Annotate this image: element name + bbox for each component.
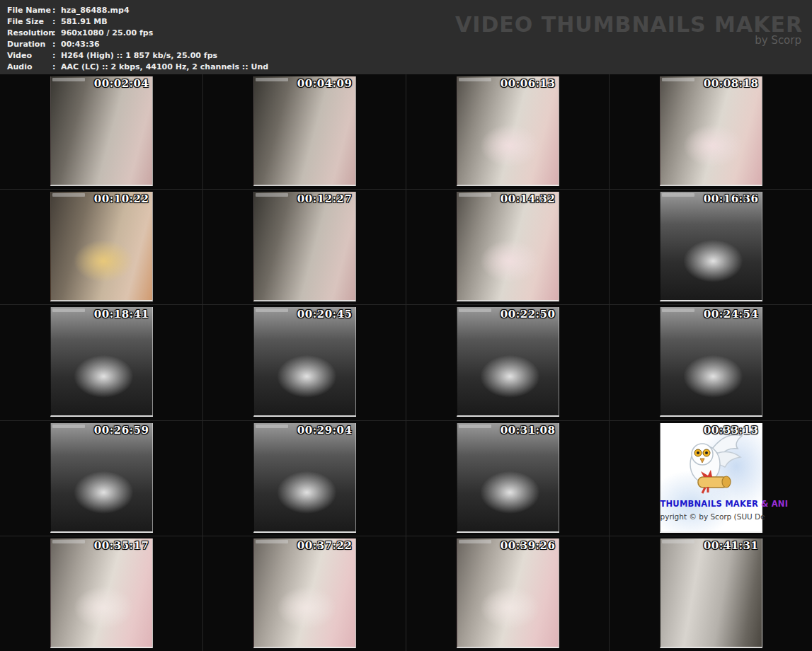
video-frame-thumbnail: 00:41:31 [660,538,762,648]
video-frame-thumbnail: 00:14:32 [457,192,559,301]
timestamp-overlay: 00:33:13 [704,424,759,437]
metadata-separator: : [52,50,61,62]
camera-osd-strip [662,309,694,312]
video-frame-thumbnail: 00:10:22 [50,192,153,301]
file-metadata-row: Resolution:960x1080 / 25.00 fps [7,28,268,39]
app-logo: VIDEO THUMBNAILS MAKER by Scorp [455,12,803,47]
camera-osd-strip [52,78,85,81]
file-metadata-row: Duration:00:43:36 [7,39,268,50]
thumbnail-cell: 00:31:08 [406,421,609,536]
thumbnail-cell: 00:29:04 [203,421,406,536]
video-frame-thumbnail: 00:08:18 [660,76,762,186]
watermark-thumbnail: THUMBNAILS MAKER & ANIpyright © by Scorp… [660,423,762,533]
video-frame-thumbnail: 00:22:50 [457,307,559,417]
metadata-label: File Name [7,5,52,16]
timestamp-overlay: 00:10:22 [94,192,149,205]
camera-osd-strip [256,540,288,543]
camera-osd-strip [459,309,491,312]
thumbnail-cell: 00:06:13 [406,74,609,189]
timestamp-overlay: 00:29:04 [297,424,353,437]
file-info-header: File Name:hza_86488.mp4File Size:581.91 … [0,0,812,74]
metadata-separator: : [52,28,61,39]
file-metadata-row: File Size:581.91 MB [7,16,268,28]
video-frame-thumbnail: 00:31:08 [457,423,559,533]
timestamp-overlay: 00:31:08 [501,424,556,437]
metadata-value: 960x1080 / 25.00 fps [61,28,153,39]
thumbnail-cell: THUMBNAILS MAKER & ANIpyright © by Scorp… [610,421,812,536]
watermark-title: THUMBNAILS MAKER & ANI [661,499,762,509]
watermark-title-suffix: & ANI [761,499,788,509]
metadata-label: File Size [7,16,52,28]
timestamp-overlay: 00:08:18 [704,77,759,90]
video-frame-thumbnail: 00:02:04 [50,76,153,186]
camera-osd-strip [52,540,85,543]
video-frame-thumbnail: 00:35:17 [50,538,153,648]
video-frame-thumbnail: 00:12:27 [253,192,356,301]
camera-osd-strip [52,425,85,428]
thumbnail-cell: 00:37:22 [203,536,406,651]
timestamp-overlay: 00:41:31 [704,539,759,552]
thumbnail-grid: 00:02:0400:04:0900:06:1300:08:1800:10:22… [0,74,812,651]
metadata-value: 00:43:36 [61,39,100,50]
camera-osd-strip [662,193,694,197]
timestamp-overlay: 00:04:09 [297,77,353,90]
timestamp-overlay: 00:35:17 [94,539,149,552]
thumbnail-cell: 00:02:04 [0,74,202,189]
thumbnail-cell: 00:08:18 [610,74,812,189]
metadata-value: AAC (LC) :: 2 kbps, 44100 Hz, 2 channels… [61,62,268,73]
metadata-separator: : [52,5,61,16]
thumbnail-cell: 00:24:54 [610,305,812,420]
camera-osd-strip [459,78,491,81]
thumbnail-cell: 00:39:26 [406,536,609,651]
video-frame-thumbnail: 00:16:36 [660,192,762,301]
metadata-separator: : [52,39,61,50]
video-frame-thumbnail: 00:29:04 [253,423,356,533]
video-frame-thumbnail: 00:04:09 [253,76,356,186]
watermark-copyright: pyright © by Scorp (SUU De [661,512,762,521]
thumbnail-cell: 00:20:45 [203,305,406,420]
timestamp-overlay: 00:02:04 [94,77,149,90]
video-frame-thumbnail: 00:06:13 [457,76,559,186]
file-metadata-row: File Name:hza_86488.mp4 [7,5,268,16]
metadata-label: Duration [7,39,52,50]
timestamp-overlay: 00:06:13 [501,77,556,90]
metadata-value: H264 (High) :: 1 857 kb/s, 25.00 fps [61,50,217,62]
metadata-label: Audio [7,62,52,73]
camera-osd-strip [256,425,288,428]
thumbnail-cell: 00:22:50 [406,305,609,420]
thumbnail-cell: 00:04:09 [203,74,406,189]
video-frame-thumbnail: 00:18:41 [50,307,153,417]
metadata-label: Resolution [7,28,52,39]
thumbnail-cell: 00:10:22 [0,190,202,304]
camera-osd-strip [256,78,288,81]
contact-sheet: File Name:hza_86488.mp4File Size:581.91 … [0,0,812,651]
camera-osd-strip [662,540,694,543]
timestamp-overlay: 00:39:26 [501,539,556,552]
metadata-separator: : [52,16,61,28]
thumbnail-cell: 00:16:36 [610,190,812,304]
timestamp-overlay: 00:20:45 [297,308,353,321]
watermark-title-main: THUMBNAILS MAKER [661,499,759,509]
timestamp-overlay: 00:14:32 [501,192,556,205]
camera-osd-strip [52,309,85,312]
video-frame-thumbnail: 00:37:22 [253,538,356,648]
camera-osd-strip [459,540,491,543]
metadata-label: Video [7,50,52,62]
timestamp-overlay: 00:37:22 [297,539,353,552]
timestamp-overlay: 00:12:27 [297,192,353,205]
thumbnail-cell: 00:14:32 [406,190,609,304]
timestamp-overlay: 00:26:59 [94,424,149,437]
timestamp-overlay: 00:16:36 [704,192,759,205]
thumbnail-cell: 00:41:31 [610,536,812,651]
metadata-value: 581.91 MB [61,16,108,28]
camera-osd-strip [256,193,288,197]
owl-logo-icon [677,427,745,501]
video-frame-thumbnail: 00:26:59 [50,423,153,533]
timestamp-overlay: 00:18:41 [94,308,149,321]
file-metadata: File Name:hza_86488.mp4File Size:581.91 … [7,5,268,73]
video-frame-thumbnail: 00:24:54 [660,307,762,417]
camera-osd-strip [459,425,491,428]
metadata-separator: : [52,62,61,73]
timestamp-overlay: 00:24:54 [704,308,759,321]
thumbnail-cell: 00:26:59 [0,421,202,536]
